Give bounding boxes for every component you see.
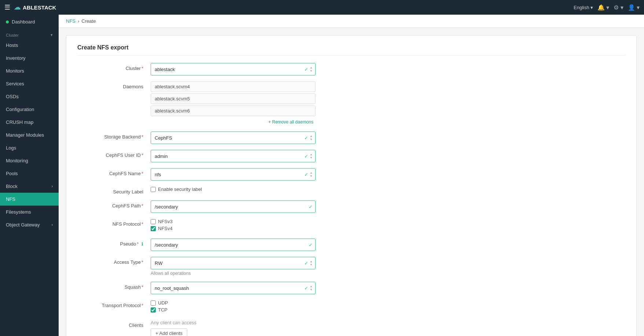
topbar: ☰ ☁ ABLESTACK English ▾ 🔔 ▾ ⚙ ▾ 👤 ▾	[0, 0, 644, 15]
cephfs-user-id-label: CephFS User ID*	[77, 150, 151, 158]
cluster-section-label: Cluster	[6, 33, 19, 37]
security-label-field: Enable security label	[151, 187, 316, 193]
clients-label: Clients	[77, 320, 151, 328]
cluster-collapse-icon: ▾	[51, 33, 53, 37]
access-type-field: RW ✓ ▲▼ Allows all operations	[151, 257, 316, 276]
sidebar-item-inventory[interactable]: Inventory	[0, 52, 59, 64]
chevron-down-icon: ▾	[590, 5, 593, 10]
cluster-field: ablestack ✓ ▲▼	[151, 63, 316, 75]
cluster-row: Cluster* ablestack ✓ ▲▼	[77, 63, 625, 75]
access-type-row: Access Type* RW ✓ ▲▼ Allows all operatio…	[77, 257, 625, 276]
pseudo-info-icon[interactable]: ℹ	[141, 241, 143, 247]
block-expand-icon: ›	[52, 184, 53, 188]
sidebar-item-monitors[interactable]: Monitors	[0, 64, 59, 77]
cephfs-path-field: ✓	[151, 200, 316, 213]
sidebar-item-hosts[interactable]: Hosts	[0, 39, 59, 52]
daemons-label: Daemons	[77, 81, 151, 89]
clients-row: Clients Any client can access + Add clie…	[77, 320, 625, 336]
cluster-select[interactable]: ablestack	[151, 63, 316, 75]
transport-protocol-row: Transport Protocol* UDP TCP	[77, 300, 625, 314]
nfs-protocol-label: NFS Protocol*	[77, 219, 151, 227]
udp-checkbox[interactable]	[151, 300, 156, 306]
app-name: ABLESTACK	[23, 4, 56, 11]
access-type-select[interactable]: RW	[151, 257, 316, 269]
add-clients-button[interactable]: + Add clients	[151, 328, 187, 336]
layout: Dashboard Cluster ▾ Hosts Inventory Moni…	[0, 15, 644, 336]
security-label-label: Security Label	[77, 187, 151, 195]
cephfs-name-label: CephFS Name*	[77, 168, 151, 176]
remove-all-daemons-button[interactable]: + Remove all daemons	[266, 118, 316, 126]
cephfs-name-row: CephFS Name* nfs ✓ ▲▼	[77, 168, 625, 181]
sidebar-section-cluster[interactable]: Cluster ▾	[0, 29, 59, 39]
topbar-actions: English ▾ 🔔 ▾ ⚙ ▾ 👤 ▾	[574, 4, 640, 11]
clients-placeholder: Any client can access	[151, 320, 316, 325]
sidebar-item-object-gateway[interactable]: Object Gateway ›	[0, 218, 59, 231]
daemon-item-3: ablestack.scvm6	[151, 106, 316, 116]
nfs-protocol-row: NFS Protocol* NFSv3 NFSv4	[77, 219, 625, 233]
access-type-note: Allows all operations	[151, 271, 316, 276]
cluster-label: Cluster*	[77, 63, 151, 71]
daemon-item-2: ablestack.scvm5	[151, 93, 316, 104]
cloud-icon: ☁	[14, 3, 21, 11]
form-title: Create NFS export	[77, 44, 625, 56]
storage-backend-select[interactable]: CephFS	[151, 132, 316, 144]
squash-row: Squash* no_root_squash ✓ ▲▼	[77, 282, 625, 294]
sidebar-dashboard-label: Dashboard	[12, 19, 35, 25]
storage-backend-label: Storage Backend*	[77, 132, 151, 140]
squash-label: Squash*	[77, 282, 151, 290]
breadcrumb-nfs-link[interactable]: NFS	[66, 18, 76, 24]
access-type-label: Access Type*	[77, 257, 151, 265]
notifications-button[interactable]: 🔔 ▾	[597, 4, 609, 11]
storage-backend-row: Storage Backend* CephFS ✓ ▲▼	[77, 132, 625, 144]
language-selector[interactable]: English ▾	[574, 5, 593, 10]
cephfs-path-row: CephFS Path* ✓	[77, 200, 625, 213]
security-label-row: Security Label Enable security label	[77, 187, 625, 195]
nfs-protocol-field: NFSv3 NFSv4	[151, 219, 316, 233]
storage-backend-field: CephFS ✓ ▲▼	[151, 132, 316, 144]
daemon-list: ablestack.scvm4 ablestack.scvm5 ablestac…	[151, 81, 316, 116]
transport-protocol-label: Transport Protocol*	[77, 300, 151, 308]
tcp-checkbox[interactable]	[151, 307, 156, 313]
object-gateway-expand-icon: ›	[52, 223, 53, 227]
sidebar-item-filesystems[interactable]: Filesystems	[0, 206, 59, 218]
sidebar-item-monitoring[interactable]: Monitoring	[0, 154, 59, 167]
nfsv4-checkbox[interactable]	[151, 226, 156, 231]
security-label-checkbox[interactable]	[151, 187, 156, 192]
squash-select[interactable]: no_root_squash	[151, 282, 316, 294]
settings-button[interactable]: ⚙ ▾	[614, 4, 623, 11]
transport-protocol-field: UDP TCP	[151, 300, 316, 314]
nfsv3-checkbox[interactable]	[151, 219, 156, 224]
sidebar-item-block[interactable]: Block ›	[0, 180, 59, 193]
clients-field: Any client can access + Add clients	[151, 320, 316, 336]
sidebar-item-dashboard[interactable]: Dashboard	[0, 15, 59, 29]
breadcrumb-create: Create	[81, 18, 96, 24]
daemons-row: Daemons ablestack.scvm4 ablestack.scvm5 …	[77, 81, 625, 126]
sidebar-item-manager-modules[interactable]: Manager Modules	[0, 129, 59, 141]
dashboard-status-dot	[6, 21, 9, 23]
sidebar-item-crush-map[interactable]: CRUSH map	[0, 116, 59, 129]
hamburger-icon[interactable]: ☰	[4, 3, 10, 11]
cephfs-user-id-field: admin ✓ ▲▼	[151, 150, 316, 162]
pseudo-input[interactable]	[151, 239, 316, 251]
sidebar-item-osds[interactable]: OSDs	[0, 90, 59, 103]
main-content: NFS › Create Create NFS export Cluster* …	[59, 15, 644, 336]
sidebar-item-services[interactable]: Services	[0, 77, 59, 90]
cephfs-user-id-row: CephFS User ID* admin ✓ ▲▼	[77, 150, 625, 162]
cephfs-name-field: nfs ✓ ▲▼	[151, 168, 316, 181]
daemon-item-1: ablestack.scvm4	[151, 81, 316, 92]
breadcrumb-separator: ›	[78, 18, 79, 24]
form-card: Create NFS export Cluster* ablestack ✓ ▲…	[66, 35, 637, 336]
cephfs-user-id-select[interactable]: admin	[151, 150, 316, 162]
user-button[interactable]: 👤 ▾	[628, 4, 640, 11]
cephfs-path-label: CephFS Path*	[77, 200, 151, 208]
sidebar-item-logs[interactable]: Logs	[0, 141, 59, 154]
sidebar-item-pools[interactable]: Pools	[0, 167, 59, 180]
cephfs-path-input[interactable]	[151, 200, 316, 213]
cephfs-name-select[interactable]: nfs	[151, 168, 316, 181]
pseudo-label: Pseudo* ℹ	[77, 239, 151, 247]
pseudo-row: Pseudo* ℹ ✓	[77, 239, 625, 251]
sidebar-item-configuration[interactable]: Configuration	[0, 103, 59, 116]
sidebar: Dashboard Cluster ▾ Hosts Inventory Moni…	[0, 15, 59, 336]
sidebar-item-nfs[interactable]: NFS	[0, 193, 59, 206]
app-logo: ☁ ABLESTACK	[14, 3, 56, 11]
